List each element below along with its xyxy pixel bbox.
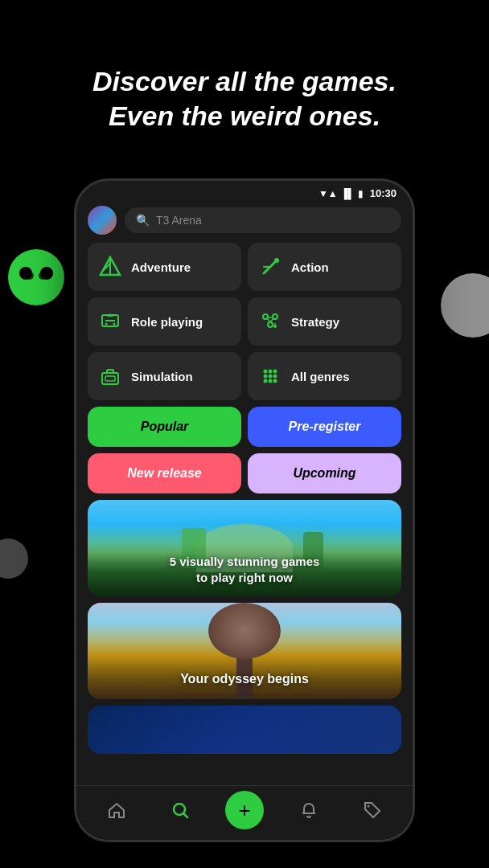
- svg-point-1: [39, 272, 47, 280]
- action-icon: [257, 254, 283, 280]
- filter-new-release[interactable]: New release: [88, 453, 241, 493]
- role-playing-icon: [97, 309, 123, 334]
- filter-upcoming[interactable]: Upcoming: [248, 453, 401, 493]
- svg-rect-22: [105, 376, 115, 381]
- svg-point-31: [273, 375, 277, 379]
- svg-point-27: [269, 370, 273, 374]
- wifi-icon: ▼▲: [318, 188, 338, 199]
- headline-line1: Discover all the games.: [32, 64, 457, 99]
- filter-row: Popular Pre-register New release Upcomin…: [76, 407, 413, 493]
- nav-tag[interactable]: [353, 796, 392, 825]
- banner1-text: 5 visually stunning gamesto play right n…: [170, 555, 320, 584]
- signal-icon: ▐▌: [341, 188, 355, 199]
- filter-preregister[interactable]: Pre-register: [248, 407, 401, 447]
- all-genres-icon: [257, 363, 283, 389]
- adventure-label: Adventure: [131, 260, 191, 274]
- search-nav-icon: [171, 800, 190, 820]
- nav-home[interactable]: [97, 796, 136, 825]
- genre-all-genres[interactable]: All genres: [248, 352, 401, 400]
- user-avatar[interactable]: [88, 206, 117, 235]
- gray-blob-decoration: [0, 538, 28, 579]
- svg-line-36: [183, 813, 187, 817]
- svg-point-0: [26, 272, 34, 280]
- phone-frame: ▼▲ ▐▌ ▮ 10:30 🔍 T3 Arena Adventure: [76, 181, 413, 840]
- genre-simulation[interactable]: Simulation: [88, 352, 241, 400]
- svg-point-26: [264, 370, 268, 374]
- banner2-text: Your odyssey begins: [180, 672, 309, 686]
- home-icon: [107, 800, 126, 820]
- strategy-label: Strategy: [291, 315, 339, 329]
- svg-point-11: [105, 323, 108, 326]
- genre-strategy[interactable]: Strategy: [248, 297, 401, 346]
- status-time: 10:30: [370, 187, 397, 199]
- search-placeholder-text: T3 Arena: [156, 214, 202, 227]
- banner-peek[interactable]: [88, 706, 401, 754]
- svg-point-19: [273, 325, 277, 328]
- bottom-nav: +: [76, 785, 413, 840]
- headline-line2: Even the weird ones.: [32, 99, 457, 133]
- all-genres-label: All genres: [291, 370, 350, 383]
- svg-point-32: [264, 379, 268, 383]
- svg-point-34: [273, 379, 277, 383]
- svg-line-18: [270, 318, 273, 322]
- role-playing-label: Role playing: [131, 315, 203, 329]
- banner-stunning-games[interactable]: 5 visually stunning gamesto play right n…: [88, 500, 401, 596]
- genre-role-playing[interactable]: Role playing: [88, 297, 241, 346]
- filter-popular[interactable]: Popular: [88, 407, 241, 447]
- nav-search[interactable]: [161, 796, 199, 825]
- bell-icon: [299, 800, 318, 820]
- adventure-icon: [97, 254, 123, 280]
- status-bar: ▼▲ ▐▌ ▮ 10:30: [76, 181, 413, 203]
- svg-point-15: [268, 322, 273, 327]
- search-icon: 🔍: [136, 214, 150, 227]
- svg-point-29: [264, 375, 268, 379]
- svg-point-6: [274, 258, 279, 263]
- plus-icon: +: [238, 800, 250, 821]
- genre-action[interactable]: Action: [248, 243, 401, 291]
- svg-point-28: [273, 370, 277, 374]
- svg-line-17: [267, 318, 270, 322]
- simulation-label: Simulation: [131, 370, 193, 383]
- headline: Discover all the games. Even the weird o…: [0, 64, 489, 133]
- genre-adventure[interactable]: Adventure: [88, 243, 241, 291]
- green-blob-decoration: [8, 249, 64, 305]
- svg-point-30: [269, 375, 273, 379]
- banner-odyssey[interactable]: Your odyssey begins: [88, 603, 401, 699]
- svg-point-33: [269, 379, 273, 383]
- svg-point-12: [113, 323, 116, 326]
- nav-add-button[interactable]: +: [225, 791, 264, 829]
- svg-point-38: [368, 805, 370, 807]
- action-label: Action: [291, 260, 329, 274]
- battery-icon: ▮: [358, 188, 364, 199]
- white-blob-decoration: [441, 273, 489, 338]
- simulation-icon: [97, 363, 123, 389]
- search-input[interactable]: 🔍 T3 Arena: [125, 207, 401, 233]
- strategy-icon: [257, 309, 283, 334]
- svg-rect-21: [102, 373, 118, 384]
- tag-icon: [363, 800, 382, 820]
- status-icons: ▼▲ ▐▌ ▮ 10:30: [318, 187, 397, 199]
- search-bar-container: 🔍 T3 Arena: [88, 206, 401, 235]
- nav-notifications[interactable]: [290, 796, 328, 825]
- genre-grid: Adventure Action: [76, 243, 413, 400]
